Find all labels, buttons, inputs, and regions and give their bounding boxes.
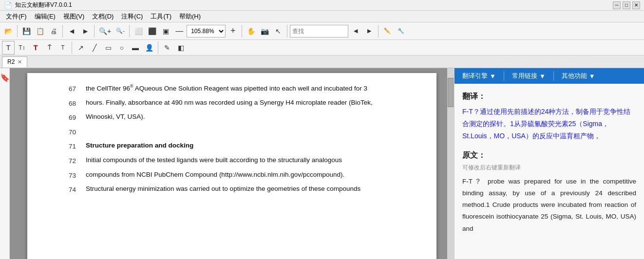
actual-size-button[interactable]: ▣ <box>159 24 172 38</box>
line-text-74: Structural energy minimization was carri… <box>86 184 407 194</box>
line-text-67: the CellTiter 96® AQueous One Solution R… <box>86 83 407 93</box>
minus-button[interactable]: — <box>173 24 186 38</box>
text-below[interactable]: T <box>57 41 69 55</box>
line-number-69: 69 <box>57 111 76 123</box>
separator-3 <box>94 25 95 37</box>
separator-6 <box>287 25 287 37</box>
erase-tool[interactable]: ◧ <box>174 41 187 55</box>
menu-bar: 文件(F) 编辑(E) 视图(V) 文档(D) 注释(C) 工具(T) 帮助(H… <box>0 11 644 22</box>
search-input[interactable] <box>290 25 348 37</box>
app-title: 知云文献翻译V7.0.0.1 <box>15 1 72 9</box>
open-button[interactable]: 📂 <box>2 24 15 38</box>
snapshot-button[interactable]: 📷 <box>258 24 271 38</box>
separator-9 <box>158 41 158 54</box>
right-separator-1 <box>504 71 504 81</box>
right-panel: 翻译引擎 ▼ 常用链接 ▼ 其他功能 ▼ 翻译： F-T？通过使用先前描述的24… <box>454 68 644 259</box>
text-color-red[interactable]: T <box>29 41 42 55</box>
pdf-viewer: 67 the CellTiter 96® AQueous One Solutio… <box>10 68 454 259</box>
hand-tool-button[interactable]: ✋ <box>245 24 257 38</box>
menu-file[interactable]: 文件(F) <box>2 11 31 22</box>
other-functions-button[interactable]: 其他功能 ▼ <box>558 71 599 81</box>
pdf-line-73: 73 compounds from NCBI PubChem Compound … <box>57 169 407 181</box>
arrow-ne[interactable]: ↗ <box>75 41 87 55</box>
print-button[interactable]: 🖨 <box>47 24 60 38</box>
translate-engine-dropdown-icon: ▼ <box>490 73 496 80</box>
next-page-button[interactable]: ▶ <box>79 24 92 38</box>
menu-tools[interactable]: 工具(T) <box>147 11 175 22</box>
right-panel-content: 翻译： F-T？通过使用先前描述的24种方法，制备用于竞争性结合测定的探针。1从… <box>455 84 644 259</box>
save-button[interactable]: 💾 <box>20 24 33 38</box>
line-text-68: hours. Finally, absorbance at 490 nm was… <box>86 97 407 108</box>
translate-engine-label: 翻译引擎 <box>462 72 488 80</box>
main-area: 🔖 67 the CellTiter 96® AQueous One Solut… <box>0 68 644 259</box>
bookmark-icon[interactable]: 🔖 <box>0 73 10 82</box>
translate-engine-button[interactable]: 翻译引擎 ▼ <box>458 71 500 81</box>
scroll-thumb[interactable] <box>448 78 454 107</box>
other-functions-label: 其他功能 <box>562 72 587 80</box>
fit-page-button[interactable]: ⬜ <box>132 24 145 38</box>
pdf-line-68: 68 hours. Finally, absorbance at 490 nm … <box>57 97 407 109</box>
zoom-in-button[interactable]: 🔍+ <box>97 24 113 38</box>
line-tool[interactable]: ╱ <box>88 41 101 55</box>
tab-r2-close[interactable]: ✕ <box>18 59 22 65</box>
window-controls: ─ □ ✕ <box>613 1 640 9</box>
translation-title: 翻译： <box>462 92 636 102</box>
tab-r2[interactable]: R2 ✕ <box>2 56 27 67</box>
text-above[interactable]: T̄ <box>43 41 56 55</box>
right-separator-2 <box>553 71 554 81</box>
separator-2 <box>62 25 63 37</box>
retranlate-hint[interactable]: 可修改后右键重新翻译 <box>462 164 521 171</box>
original-hint: 可修改后右键重新翻译 <box>462 164 636 172</box>
minimize-button[interactable]: ─ <box>613 1 621 9</box>
translation-text: F-T？通过使用先前描述的24种方法，制备用于竞争性结合测定的探针。1从异硫氰酸… <box>462 106 636 143</box>
pdf-line-67: 67 the CellTiter 96® AQueous One Solutio… <box>57 83 407 94</box>
maximize-button[interactable]: □ <box>623 1 630 9</box>
separator-4 <box>129 25 130 37</box>
search-prev-button[interactable]: ◀ <box>349 24 362 38</box>
line-number-72: 72 <box>57 155 76 166</box>
separator-8 <box>72 41 72 54</box>
title-bar: 📄 知云文献翻译V7.0.0.1 ─ □ ✕ <box>0 0 644 11</box>
pdf-page: 67 the CellTiter 96® AQueous One Solutio… <box>27 73 436 259</box>
line-text-72: Initial compounds of the tested ligands … <box>86 155 407 166</box>
text-tool-2[interactable]: T↕ <box>16 41 28 55</box>
tab-bar: R2 ✕ <box>0 56 644 68</box>
select-tool-button[interactable]: ↖ <box>272 24 284 38</box>
common-links-dropdown-icon: ▼ <box>539 73 546 80</box>
tab-r2-label: R2 <box>7 58 15 65</box>
fit-width-button[interactable]: ⬛ <box>146 24 158 38</box>
zoom-add-button[interactable]: + <box>227 24 239 38</box>
prev-page-button[interactable]: ◀ <box>65 24 78 38</box>
edit-tool[interactable]: ✎ <box>161 41 173 55</box>
search-next-button[interactable]: ▶ <box>363 24 376 38</box>
line-number-67: 67 <box>57 83 76 94</box>
zoom-out-button[interactable]: 🔍- <box>114 24 127 38</box>
menu-view[interactable]: 视图(V) <box>59 11 88 22</box>
scroll-bar[interactable] <box>447 68 454 259</box>
circle-tool[interactable]: ○ <box>115 41 128 55</box>
toolbar-main: 📂 💾 📋 🖨 ◀ ▶ 🔍+ 🔍- ⬜ ⬛ ▣ — 105.88% + ✋ 📷 … <box>0 22 644 40</box>
line-text-73: compounds from NCBI PubChem Compound (ht… <box>86 169 407 180</box>
pdf-scroll[interactable]: 67 the CellTiter 96® AQueous One Solutio… <box>10 68 454 259</box>
rect-tool[interactable]: ▭ <box>102 41 114 55</box>
line-number-68: 68 <box>57 97 76 109</box>
edit-pdf-button[interactable]: ✏️ <box>381 24 394 38</box>
menu-help[interactable]: 帮助(H) <box>175 11 205 22</box>
bookmark-area: 🔖 <box>0 68 10 259</box>
common-links-button[interactable]: 常用链接 ▼ <box>508 71 549 81</box>
translation-section: 翻译： F-T？通过使用先前描述的24种方法，制备用于竞争性结合测定的探针。1从… <box>462 92 636 143</box>
person-tool[interactable]: 👤 <box>143 41 155 55</box>
line-number-70: 70 <box>57 126 76 138</box>
line-text-70 <box>86 126 407 137</box>
menu-doc[interactable]: 文档(D) <box>88 11 117 22</box>
line-text-69: Winooski, VT, USA). <box>86 111 407 122</box>
text-tool-1[interactable]: T <box>2 41 15 55</box>
save-copy-button[interactable]: 📋 <box>34 24 46 38</box>
menu-comment[interactable]: 注释(C) <box>117 11 147 22</box>
close-button[interactable]: ✕ <box>632 1 640 9</box>
menu-edit[interactable]: 编辑(E) <box>31 11 59 22</box>
more-tools-button[interactable]: 🔧 <box>395 24 407 38</box>
rect-fill-tool[interactable]: ▬ <box>129 41 142 55</box>
zoom-select[interactable]: 105.88% <box>187 25 226 37</box>
pdf-line-71: 71 Structure preparation and docking <box>57 140 407 152</box>
